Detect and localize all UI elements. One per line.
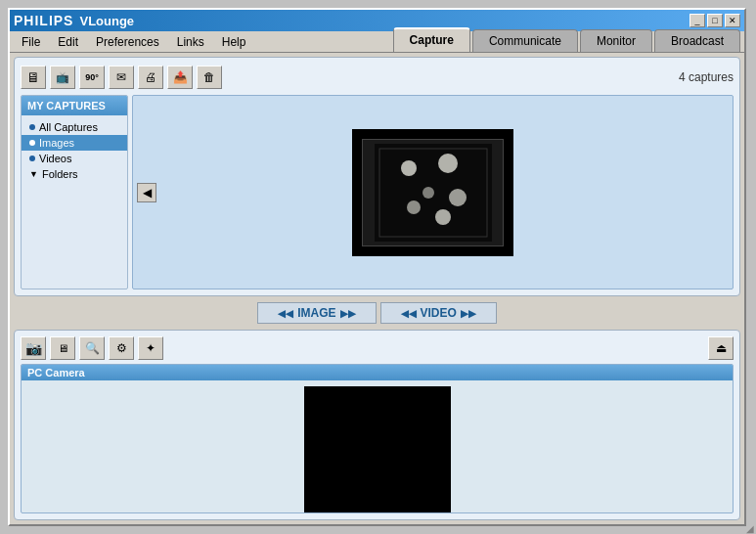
- eject-btn[interactable]: ⏏: [708, 336, 734, 360]
- menu-help[interactable]: Help: [214, 33, 254, 51]
- captured-image: [352, 129, 513, 256]
- preview-area: ◀: [132, 95, 734, 289]
- chevron-down-icon: ▼: [29, 169, 38, 179]
- bullet-icon: [29, 156, 35, 161]
- dice-svg: [375, 144, 492, 242]
- sidebar-videos[interactable]: Videos: [22, 151, 127, 166]
- settings-btn[interactable]: ⚙: [109, 336, 134, 360]
- bullet-icon: [29, 124, 35, 130]
- titlebar-left: PHILIPS VLounge: [14, 13, 134, 28]
- effects-btn[interactable]: ✦: [138, 336, 163, 360]
- svg-point-1: [401, 160, 417, 176]
- image-left-arrow-icon: ◀◀: [278, 308, 293, 319]
- rotate-btn[interactable]: 90°: [79, 66, 105, 89]
- rotate-label: 90°: [85, 72, 99, 82]
- effects-icon: ✦: [146, 341, 156, 355]
- resize-handle[interactable]: ◢: [744, 522, 756, 534]
- toolbar-left: 🖥 📺 90° ✉ 🖨: [21, 66, 222, 89]
- content-area: 🖥 📺 90° ✉ 🖨: [10, 53, 744, 524]
- titlebar-controls: _ □ ✕: [689, 14, 740, 27]
- svg-point-6: [435, 209, 451, 225]
- capture-body: MY CAPTURES All Captures Images Video: [21, 95, 734, 289]
- capture-panel: 🖥 📺 90° ✉ 🖨: [14, 57, 740, 296]
- svg-point-3: [422, 187, 434, 199]
- menubar: File Edit Preferences Links Help Capture…: [10, 31, 744, 53]
- camera-feed: PC Camera: [21, 364, 734, 513]
- small-monitor-icon: 📺: [56, 71, 69, 84]
- tab-monitor[interactable]: Monitor: [580, 29, 652, 52]
- camera-icon: 📷: [25, 340, 42, 356]
- export-btn[interactable]: 📤: [167, 66, 193, 89]
- camera-monitor-btn[interactable]: 🖥: [50, 336, 75, 360]
- eject-icon: ⏏: [716, 341, 727, 355]
- zoom-icon: 🔍: [85, 341, 100, 355]
- delete-btn[interactable]: 🗑: [197, 66, 222, 89]
- zoom-btn[interactable]: 🔍: [79, 336, 105, 360]
- main-window: PHILIPS VLounge _ □ ✕ File Edit Preferen…: [8, 8, 746, 526]
- window-title: VLounge: [79, 14, 134, 28]
- svg-point-5: [407, 200, 421, 214]
- small-monitor-btn[interactable]: 📺: [50, 66, 75, 89]
- export-icon: 📤: [173, 70, 188, 84]
- menu-file[interactable]: File: [14, 33, 48, 51]
- camera-panel: 📷 🖥 🔍 ⚙ ✦: [14, 330, 740, 520]
- video-right-arrow-icon: ▶▶: [461, 308, 476, 319]
- settings-icon: ⚙: [116, 341, 127, 355]
- monitor-icon: 🖥: [26, 69, 40, 85]
- image-video-bar: ◀◀ IMAGE ▶▶ ◀◀ VIDEO ▶▶: [14, 300, 740, 326]
- bullet-icon: [29, 140, 35, 146]
- video-left-arrow-icon: ◀◀: [401, 308, 417, 319]
- print-btn[interactable]: 🖨: [138, 66, 163, 89]
- sidebar-images[interactable]: Images: [22, 135, 127, 151]
- camera-video-area: [304, 386, 451, 513]
- image-right-arrow-icon: ▶▶: [340, 308, 356, 319]
- captures-sidebar: MY CAPTURES All Captures Images Video: [21, 95, 128, 289]
- camera-label: PC Camera: [22, 365, 733, 380]
- maximize-button[interactable]: □: [707, 14, 723, 27]
- close-button[interactable]: ✕: [725, 14, 740, 27]
- prev-arrow-btn[interactable]: ◀: [137, 183, 156, 202]
- tab-broadcast[interactable]: Broadcast: [654, 29, 740, 52]
- svg-point-4: [449, 189, 467, 206]
- image-mode-btn[interactable]: ◀◀ IMAGE ▶▶: [257, 302, 376, 324]
- capture-toolbar: 🖥 📺 90° ✉ 🖨: [21, 64, 734, 91]
- monitor-icon-btn[interactable]: 🖥: [21, 66, 46, 89]
- print-icon: 🖨: [145, 70, 156, 84]
- camera-icon-btn[interactable]: 📷: [21, 336, 46, 360]
- camera-toolbar: 📷 🖥 🔍 ⚙ ✦: [21, 336, 734, 360]
- svg-point-2: [438, 154, 458, 173]
- email-btn[interactable]: ✉: [109, 66, 134, 89]
- philips-logo: PHILIPS: [14, 13, 73, 28]
- menu-links[interactable]: Links: [169, 33, 212, 51]
- tab-capture[interactable]: Capture: [393, 27, 470, 52]
- titlebar: PHILIPS VLounge _ □ ✕: [10, 10, 744, 31]
- capture-count: 4 captures: [679, 70, 734, 84]
- sidebar-all-captures[interactable]: All Captures: [22, 119, 127, 135]
- sidebar-header: MY CAPTURES: [22, 96, 127, 115]
- sidebar-items: All Captures Images Videos ▼ Folders: [22, 115, 127, 186]
- menu-edit[interactable]: Edit: [50, 33, 86, 51]
- email-icon: ✉: [116, 70, 126, 84]
- sidebar-folders[interactable]: ▼ Folders: [22, 166, 127, 182]
- minimize-button[interactable]: _: [689, 14, 705, 27]
- camera-toolbar-left: 📷 🖥 🔍 ⚙ ✦: [21, 336, 163, 360]
- menu-preferences[interactable]: Preferences: [88, 33, 167, 51]
- tab-communicate[interactable]: Communicate: [472, 29, 578, 52]
- video-mode-btn[interactable]: ◀◀ VIDEO ▶▶: [380, 302, 497, 324]
- dice-inner: [362, 139, 504, 246]
- delete-icon: 🗑: [203, 70, 215, 84]
- camera-monitor-icon: 🖥: [58, 342, 68, 354]
